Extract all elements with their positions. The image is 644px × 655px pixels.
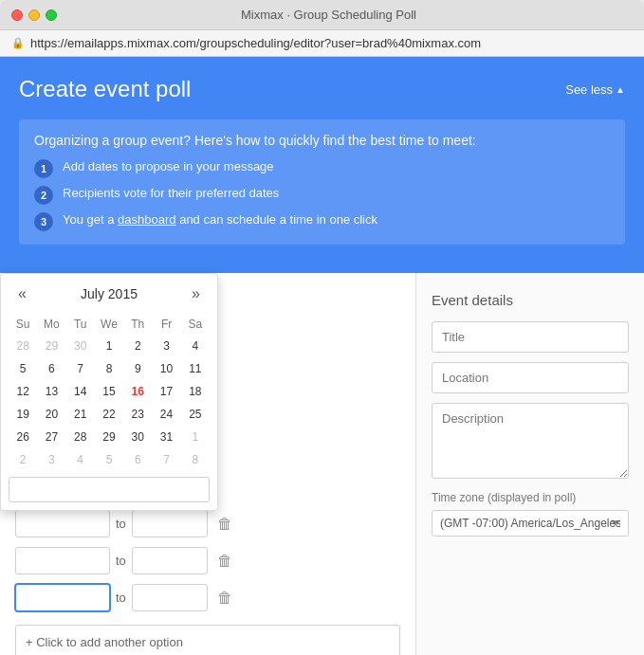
date-input-1[interactable] [15, 510, 110, 537]
calendar-week-3: 19202122232425 [9, 403, 210, 426]
calendar-week-2: 12131415161718 [9, 380, 210, 403]
calendar-day[interactable]: 5 [9, 357, 37, 380]
calendar-day[interactable]: 20 [37, 403, 65, 426]
calendar-day[interactable]: 2 [9, 448, 37, 471]
location-input[interactable] [432, 362, 629, 393]
time-input-2[interactable] [132, 547, 208, 574]
calendar-day[interactable]: 28 [9, 335, 37, 357]
calendar-day[interactable]: 24 [152, 403, 180, 426]
step-3: 3 You get a dashboard and can schedule a… [34, 212, 610, 231]
time-input-1[interactable] [132, 510, 208, 537]
calendar-day[interactable]: 30 [123, 426, 152, 448]
calendar-day[interactable]: 29 [37, 335, 65, 357]
calendar-day[interactable]: 7 [66, 357, 95, 380]
to-label-2: to [116, 554, 126, 568]
date-row-1: to 🗑 [15, 510, 400, 537]
date-row-2: to 🗑 [15, 547, 400, 574]
calendar-day[interactable]: 31 [152, 426, 180, 448]
calendar-day[interactable]: 11 [181, 357, 210, 380]
dashboard-link[interactable]: dashboard [118, 212, 175, 227]
calendar-day[interactable]: 25 [181, 403, 210, 426]
calendar-day[interactable]: 3 [152, 335, 180, 357]
see-less-label: See less [565, 82, 613, 97]
step-2-text: Recipients vote for their preferred date… [63, 186, 279, 200]
calendar-day[interactable]: 15 [95, 380, 123, 403]
title-input[interactable] [432, 321, 629, 353]
blue-header: Create event poll See less ▲ Organizing … [0, 57, 644, 273]
description-input[interactable] [432, 403, 629, 479]
time-input-3[interactable] [132, 584, 208, 611]
to-label-3: to [116, 591, 126, 605]
step-3-text: You get a dashboard and can schedule a t… [63, 212, 377, 227]
left-panel: « July 2015 » Su Mo Tu We Th Fr Sa [0, 273, 416, 655]
calendar-day[interactable]: 3 [37, 448, 65, 471]
calendar-day[interactable]: 29 [95, 426, 123, 448]
day-fr: Fr [152, 314, 180, 335]
calendar-day[interactable]: 7 [152, 448, 180, 471]
close-button[interactable] [11, 9, 23, 21]
calendar-day[interactable]: 8 [181, 448, 210, 471]
timezone-label: Time zone (displayed in poll) [432, 491, 629, 504]
window-chrome: Mixmax · Group Scheduling Poll [0, 0, 644, 30]
add-option-button[interactable]: + Click to add another option [15, 625, 400, 655]
main-content: Create event poll See less ▲ Organizing … [0, 57, 644, 655]
calendar-day[interactable]: 28 [66, 426, 95, 448]
right-panel: Event details Time zone (displayed in po… [416, 273, 644, 655]
calendar-day[interactable]: 9 [123, 357, 152, 380]
calendar-day[interactable]: 4 [181, 335, 210, 357]
delete-row-1-button[interactable]: 🗑 [213, 512, 236, 537]
calendar-day[interactable]: 30 [66, 335, 95, 357]
calendar-day[interactable]: 16 [123, 380, 152, 403]
calendar-next-button[interactable]: » [186, 283, 206, 304]
calendar-day[interactable]: 1 [181, 426, 210, 448]
calendar-day[interactable]: 13 [37, 380, 65, 403]
calendar-day[interactable]: 27 [37, 426, 65, 448]
calendar-day[interactable]: 8 [95, 357, 123, 380]
calendar-prev-button[interactable]: « [12, 283, 32, 304]
calendar-week-0: 2829301234 [9, 335, 210, 357]
lock-icon: 🔒 [11, 37, 25, 49]
calendar-day[interactable]: 21 [66, 403, 95, 426]
calendar-week-4: 2627282930311 [9, 426, 210, 448]
calendar-week-5: 2345678 [9, 448, 210, 471]
calendar-day[interactable]: 2 [123, 335, 152, 357]
calendar-day[interactable]: 12 [9, 380, 37, 403]
day-su: Su [9, 314, 37, 335]
calendar-date-input[interactable] [9, 477, 210, 502]
delete-row-3-button[interactable]: 🗑 [213, 586, 236, 610]
date-input-2[interactable] [15, 547, 110, 574]
to-label-1: to [116, 517, 126, 531]
calendar-day[interactable]: 6 [123, 448, 152, 471]
calendar-day[interactable]: 4 [66, 448, 95, 471]
event-details-title: Event details [432, 292, 629, 308]
calendar-day[interactable]: 17 [152, 380, 180, 403]
day-th: Th [123, 314, 152, 335]
calendar-day[interactable]: 1 [95, 335, 123, 357]
day-sa: Sa [181, 314, 210, 335]
step-1-text: Add dates to propose in your message [63, 159, 274, 173]
calendar-day[interactable]: 5 [95, 448, 123, 471]
day-tu: Tu [66, 314, 95, 335]
calendar-day[interactable]: 19 [9, 403, 37, 426]
window-title: Mixmax · Group Scheduling Poll [25, 8, 633, 22]
step-2: 2 Recipients vote for their preferred da… [34, 186, 610, 205]
calendar-day[interactable]: 22 [95, 403, 123, 426]
day-we: We [95, 314, 123, 335]
timezone-select[interactable]: (GMT -07:00) America/Los_Angeles [432, 510, 629, 537]
calendar-day[interactable]: 26 [9, 426, 37, 448]
date-input-3[interactable] [15, 584, 110, 611]
see-less-button[interactable]: See less ▲ [565, 82, 625, 97]
calendar-day[interactable]: 10 [152, 357, 180, 380]
calendar-day[interactable]: 18 [181, 380, 210, 403]
calendar-popup: « July 2015 » Su Mo Tu We Th Fr Sa [0, 273, 218, 511]
delete-row-2-button[interactable]: 🗑 [213, 549, 236, 573]
date-row-3: to 🗑 [15, 584, 400, 611]
instructions-box: Organizing a group event? Here's how to … [19, 119, 625, 245]
calendar-days-row: Su Mo Tu We Th Fr Sa [9, 314, 210, 335]
calendar-week-1: 567891011 [9, 357, 210, 380]
calendar-day[interactable]: 23 [123, 403, 152, 426]
calendar-day[interactable]: 6 [37, 357, 65, 380]
calendar-day[interactable]: 14 [66, 380, 95, 403]
chevron-up-icon: ▲ [616, 84, 625, 95]
step-3-suffix: and can schedule a time in one click [179, 212, 377, 227]
